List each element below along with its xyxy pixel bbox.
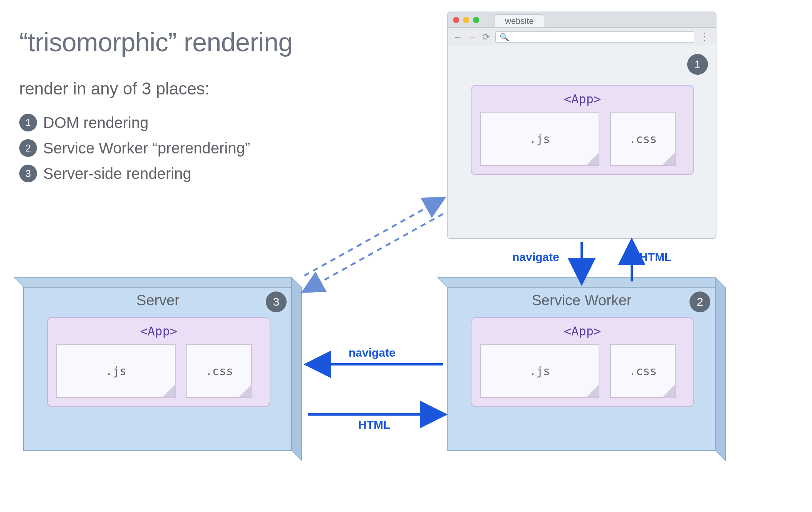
page-fold-icon bbox=[238, 384, 252, 397]
badge-browser: 1 bbox=[687, 54, 708, 75]
arrow-browser-to-server bbox=[304, 214, 443, 291]
address-bar: 🔍 bbox=[495, 31, 694, 43]
server-box: Server 3 <App> .js .css bbox=[23, 285, 293, 451]
bullet-3: 3 bbox=[19, 165, 37, 182]
page-fold-icon bbox=[662, 384, 675, 397]
file-js-browser: .js bbox=[480, 112, 599, 166]
label-html-horizontal: HTML bbox=[358, 418, 390, 431]
page-fold-icon bbox=[662, 152, 675, 165]
service-worker-box: Service Worker 2 <App> .js .css bbox=[447, 285, 716, 451]
app-label-server: <App> bbox=[56, 324, 261, 339]
file-js-ext: .js bbox=[529, 132, 550, 146]
file-js-ext: .js bbox=[529, 364, 550, 378]
places-item-2: 2 Service Worker “prerendering” bbox=[19, 139, 250, 157]
label-html-vertical: HTML bbox=[639, 251, 671, 264]
app-card-server: <App> .js .css bbox=[47, 317, 270, 407]
browser-viewport: 1 <App> .js .css bbox=[448, 46, 716, 238]
label-navigate-vertical: navigate bbox=[512, 251, 559, 264]
places-item-1: 1 DOM rendering bbox=[19, 114, 250, 131]
places-label-1: DOM rendering bbox=[43, 114, 148, 131]
places-list: 1 DOM rendering 2 Service Worker “preren… bbox=[19, 114, 250, 190]
file-css-ext: .css bbox=[205, 364, 233, 378]
service-worker-title: Service Worker bbox=[448, 286, 716, 313]
forward-icon: → bbox=[468, 32, 477, 42]
traffic-light-minimize-icon bbox=[463, 17, 469, 23]
file-js-ext: .js bbox=[106, 364, 126, 378]
reload-icon: ⟳ bbox=[482, 32, 490, 42]
back-icon: ← bbox=[453, 32, 462, 42]
traffic-light-zoom-icon bbox=[473, 17, 479, 23]
file-js-server: .js bbox=[56, 344, 176, 398]
browser-toolbar: ← → ⟳ 🔍 ⋮ bbox=[448, 28, 716, 46]
traffic-light-close-icon bbox=[453, 17, 459, 23]
file-css-browser: .css bbox=[610, 112, 676, 166]
places-label-3: Server-side rendering bbox=[43, 165, 191, 182]
diagram-title: “trisomorphic” rendering bbox=[19, 27, 293, 57]
file-css-sw: .css bbox=[610, 344, 676, 398]
app-card-browser: <App> .js .css bbox=[471, 85, 694, 175]
browser-titlebar: website bbox=[448, 12, 716, 28]
page-fold-icon bbox=[586, 384, 599, 397]
file-js-sw: .js bbox=[480, 344, 599, 398]
search-icon: 🔍 bbox=[500, 32, 509, 42]
server-title: Server bbox=[24, 286, 292, 313]
menu-icon: ⋮ bbox=[700, 31, 710, 43]
bullet-1: 1 bbox=[19, 114, 37, 131]
page-fold-icon bbox=[586, 152, 599, 165]
arrow-server-to-browser bbox=[304, 199, 443, 276]
badge-server: 3 bbox=[266, 291, 287, 312]
page-fold-icon bbox=[162, 384, 175, 397]
places-label-2: Service Worker “prerendering” bbox=[43, 140, 250, 157]
browser-window: website ← → ⟳ 🔍 ⋮ 1 <App> .js .css bbox=[447, 12, 716, 239]
file-css-ext: .css bbox=[629, 364, 657, 378]
bullet-2: 2 bbox=[19, 139, 37, 157]
app-label-browser: <App> bbox=[480, 92, 685, 106]
places-item-3: 3 Server-side rendering bbox=[19, 165, 250, 182]
file-css-server: .css bbox=[186, 344, 252, 398]
badge-service-worker: 2 bbox=[690, 291, 710, 312]
browser-tab: website bbox=[495, 14, 544, 27]
file-css-ext: .css bbox=[629, 132, 657, 146]
app-label-service-worker: <App> bbox=[480, 324, 685, 339]
label-navigate-horizontal: navigate bbox=[349, 346, 396, 359]
diagram-subtitle: render in any of 3 places: bbox=[19, 79, 210, 98]
app-card-service-worker: <App> .js .css bbox=[471, 317, 694, 407]
